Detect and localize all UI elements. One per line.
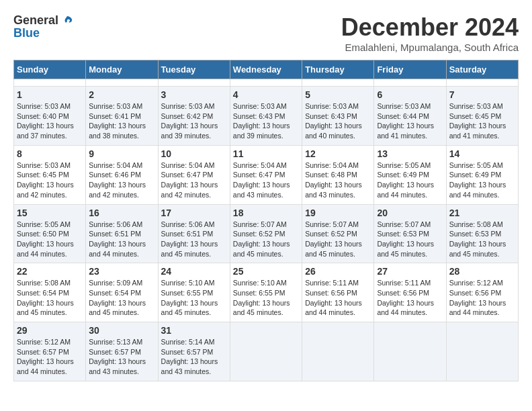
calendar-cell: 1Sunrise: 5:03 AM Sunset: 6:40 PM Daylig… (14, 87, 86, 146)
calendar-cell: 19Sunrise: 5:07 AM Sunset: 6:52 PM Dayli… (302, 204, 374, 263)
calendar-cell: 14Sunrise: 5:05 AM Sunset: 6:49 PM Dayli… (446, 145, 518, 204)
calendar-cell: 24Sunrise: 5:10 AM Sunset: 6:55 PM Dayli… (158, 263, 230, 322)
calendar-cell: 8Sunrise: 5:03 AM Sunset: 6:45 PM Daylig… (14, 145, 86, 204)
calendar-cell: 30Sunrise: 5:13 AM Sunset: 6:57 PM Dayli… (86, 322, 158, 381)
day-number: 12 (305, 148, 371, 159)
header-sunday: Sunday (14, 60, 86, 79)
calendar-week-row (14, 79, 519, 87)
calendar-cell: 12Sunrise: 5:04 AM Sunset: 6:48 PM Dayli… (302, 145, 374, 204)
day-info: Sunrise: 5:09 AM Sunset: 6:54 PM Dayligh… (89, 278, 154, 318)
day-number: 13 (377, 148, 443, 159)
calendar-cell (374, 79, 446, 87)
calendar-week-row: 8Sunrise: 5:03 AM Sunset: 6:45 PM Daylig… (14, 145, 519, 204)
day-info: Sunrise: 5:05 AM Sunset: 6:49 PM Dayligh… (377, 161, 443, 200)
logo: General Blue (13, 13, 75, 40)
calendar-week-row: 1Sunrise: 5:03 AM Sunset: 6:40 PM Daylig… (14, 87, 519, 146)
calendar-week-row: 29Sunrise: 5:12 AM Sunset: 6:57 PM Dayli… (14, 322, 519, 381)
calendar-cell (446, 322, 518, 381)
day-number: 15 (17, 208, 83, 218)
header-thursday: Thursday (302, 60, 374, 79)
day-info: Sunrise: 5:08 AM Sunset: 6:53 PM Dayligh… (449, 220, 515, 259)
day-number: 25 (233, 266, 299, 277)
calendar-cell: 27Sunrise: 5:11 AM Sunset: 6:56 PM Dayli… (374, 263, 446, 322)
calendar-cell (302, 79, 374, 87)
day-info: Sunrise: 5:10 AM Sunset: 6:55 PM Dayligh… (161, 278, 227, 318)
day-info: Sunrise: 5:04 AM Sunset: 6:46 PM Dayligh… (89, 161, 154, 200)
day-number: 11 (233, 148, 299, 159)
calendar-cell (230, 79, 302, 87)
day-number: 29 (17, 325, 83, 336)
day-number: 27 (377, 266, 443, 277)
day-number: 17 (161, 208, 227, 218)
calendar-cell (302, 322, 374, 381)
day-info: Sunrise: 5:14 AM Sunset: 6:57 PM Dayligh… (161, 337, 227, 377)
calendar-cell: 7Sunrise: 5:03 AM Sunset: 6:45 PM Daylig… (446, 87, 518, 146)
calendar-cell: 20Sunrise: 5:07 AM Sunset: 6:53 PM Dayli… (374, 204, 446, 263)
calendar-cell: 22Sunrise: 5:08 AM Sunset: 6:54 PM Dayli… (14, 263, 86, 322)
calendar-cell: 31Sunrise: 5:14 AM Sunset: 6:57 PM Dayli… (158, 322, 230, 381)
day-number: 7 (449, 89, 515, 100)
day-number: 23 (89, 266, 154, 277)
calendar-cell: 17Sunrise: 5:06 AM Sunset: 6:51 PM Dayli… (158, 204, 230, 263)
day-info: Sunrise: 5:04 AM Sunset: 6:47 PM Dayligh… (161, 161, 227, 200)
calendar-table: SundayMondayTuesdayWednesdayThursdayFrid… (13, 60, 519, 381)
header-wednesday: Wednesday (230, 60, 302, 79)
calendar-cell: 18Sunrise: 5:07 AM Sunset: 6:52 PM Dayli… (230, 204, 302, 263)
calendar-cell: 4Sunrise: 5:03 AM Sunset: 6:43 PM Daylig… (230, 87, 302, 146)
day-number: 22 (17, 266, 83, 277)
calendar-week-row: 22Sunrise: 5:08 AM Sunset: 6:54 PM Dayli… (14, 263, 519, 322)
calendar-cell: 15Sunrise: 5:05 AM Sunset: 6:50 PM Dayli… (14, 204, 86, 263)
day-info: Sunrise: 5:07 AM Sunset: 6:52 PM Dayligh… (233, 220, 299, 259)
day-number: 19 (305, 208, 371, 218)
day-number: 4 (233, 89, 299, 100)
day-info: Sunrise: 5:07 AM Sunset: 6:52 PM Dayligh… (305, 220, 371, 259)
page-subtitle: Emalahleni, Mpumalanga, South Africa (341, 42, 519, 53)
day-number: 26 (305, 266, 371, 277)
calendar-cell: 16Sunrise: 5:06 AM Sunset: 6:51 PM Dayli… (86, 204, 158, 263)
day-info: Sunrise: 5:03 AM Sunset: 6:43 PM Dayligh… (305, 101, 371, 141)
day-number: 9 (89, 148, 154, 159)
day-info: Sunrise: 5:03 AM Sunset: 6:44 PM Dayligh… (377, 101, 443, 141)
calendar-cell: 25Sunrise: 5:10 AM Sunset: 6:55 PM Dayli… (230, 263, 302, 322)
header-saturday: Saturday (446, 60, 518, 79)
day-info: Sunrise: 5:11 AM Sunset: 6:56 PM Dayligh… (305, 278, 371, 318)
calendar-cell: 5Sunrise: 5:03 AM Sunset: 6:43 PM Daylig… (302, 87, 374, 146)
calendar-cell: 3Sunrise: 5:03 AM Sunset: 6:42 PM Daylig… (158, 87, 230, 146)
logo-bird-icon (60, 13, 75, 28)
day-number: 18 (233, 208, 299, 218)
day-number: 14 (449, 148, 515, 159)
calendar-week-row: 15Sunrise: 5:05 AM Sunset: 6:50 PM Dayli… (14, 204, 519, 263)
calendar-cell (14, 79, 86, 87)
day-info: Sunrise: 5:05 AM Sunset: 6:49 PM Dayligh… (449, 161, 515, 200)
day-number: 6 (377, 89, 443, 100)
day-number: 2 (89, 89, 154, 100)
day-info: Sunrise: 5:03 AM Sunset: 6:42 PM Dayligh… (161, 101, 227, 141)
day-info: Sunrise: 5:10 AM Sunset: 6:55 PM Dayligh… (233, 278, 299, 318)
calendar-cell: 10Sunrise: 5:04 AM Sunset: 6:47 PM Dayli… (158, 145, 230, 204)
calendar-cell: 6Sunrise: 5:03 AM Sunset: 6:44 PM Daylig… (374, 87, 446, 146)
calendar-cell: 21Sunrise: 5:08 AM Sunset: 6:53 PM Dayli… (446, 204, 518, 263)
header-monday: Monday (86, 60, 158, 79)
day-info: Sunrise: 5:07 AM Sunset: 6:53 PM Dayligh… (377, 220, 443, 259)
title-block: December 2024 Emalahleni, Mpumalanga, So… (341, 13, 519, 53)
day-number: 10 (161, 148, 227, 159)
day-info: Sunrise: 5:06 AM Sunset: 6:51 PM Dayligh… (89, 220, 154, 259)
day-number: 3 (161, 89, 227, 100)
calendar-cell: 23Sunrise: 5:09 AM Sunset: 6:54 PM Dayli… (86, 263, 158, 322)
page-title: December 2024 (341, 13, 519, 42)
day-number: 20 (377, 208, 443, 218)
calendar-cell (374, 322, 446, 381)
day-info: Sunrise: 5:06 AM Sunset: 6:51 PM Dayligh… (161, 220, 227, 259)
calendar-header-row: SundayMondayTuesdayWednesdayThursdayFrid… (14, 60, 519, 79)
calendar-cell: 28Sunrise: 5:12 AM Sunset: 6:56 PM Dayli… (446, 263, 518, 322)
day-number: 5 (305, 89, 371, 100)
logo-general: General (13, 14, 58, 28)
day-info: Sunrise: 5:08 AM Sunset: 6:54 PM Dayligh… (17, 278, 83, 318)
day-info: Sunrise: 5:13 AM Sunset: 6:57 PM Dayligh… (89, 337, 154, 377)
day-info: Sunrise: 5:03 AM Sunset: 6:45 PM Dayligh… (449, 101, 515, 141)
day-info: Sunrise: 5:03 AM Sunset: 6:43 PM Dayligh… (233, 101, 299, 141)
day-number: 1 (17, 89, 83, 100)
header-tuesday: Tuesday (158, 60, 230, 79)
day-info: Sunrise: 5:12 AM Sunset: 6:56 PM Dayligh… (449, 278, 515, 318)
day-info: Sunrise: 5:05 AM Sunset: 6:50 PM Dayligh… (17, 220, 83, 259)
